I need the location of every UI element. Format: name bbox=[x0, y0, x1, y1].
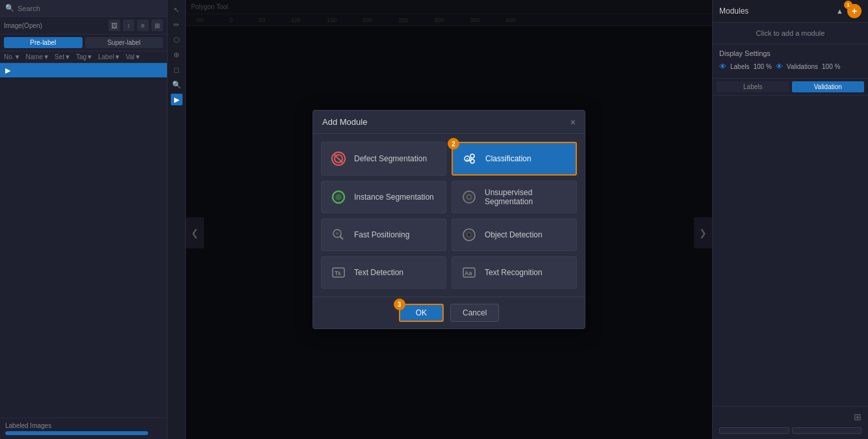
module-label-text-det: Text Detection bbox=[354, 268, 403, 277]
module-grid: Defect Segmentation AB bbox=[321, 142, 577, 289]
unsupervised-seg-icon bbox=[460, 188, 478, 206]
tool-eraser[interactable]: ◻ bbox=[171, 64, 183, 75]
col-no[interactable]: No.▼ bbox=[4, 53, 20, 60]
tool-select[interactable]: ⊕ bbox=[171, 49, 183, 60]
module-label-fast-pos: Fast Positioning bbox=[354, 230, 409, 239]
right-panel-bottom: ⊞ bbox=[713, 406, 868, 439]
col-headers: No.▼ Name▼ Set▼ Tag▼ Label▼ Val▼ bbox=[0, 51, 167, 63]
bottom-grid-icon: ⊞ bbox=[854, 412, 862, 422]
display-settings-title: Display Settings bbox=[719, 49, 862, 57]
module-item-defect-seg[interactable]: Defect Segmentation bbox=[321, 142, 446, 176]
progress-fill bbox=[5, 431, 148, 435]
click-to-add-label: Click to add a module bbox=[713, 23, 868, 44]
col-label[interactable]: Label▼ bbox=[98, 53, 120, 60]
modal-title: Add Module bbox=[322, 117, 367, 127]
tab-pre-label[interactable]: Pre-label bbox=[4, 37, 83, 48]
add-module-button[interactable]: + 1 bbox=[847, 4, 862, 18]
tab-labels[interactable]: Labels bbox=[717, 81, 789, 92]
bottom-btn-2[interactable] bbox=[792, 427, 862, 434]
svg-text:Aa: Aa bbox=[465, 270, 472, 276]
module-label-text-rec: Text Recognition bbox=[485, 268, 542, 277]
svg-point-16 bbox=[468, 233, 470, 236]
header-actions: ▲ + 1 bbox=[836, 4, 862, 18]
sidebar-content: ▶ bbox=[0, 63, 167, 418]
collapse-icon[interactable]: ▲ bbox=[836, 7, 843, 15]
icon-cursor[interactable]: ↕ bbox=[123, 20, 134, 31]
module-label-classification: Classification bbox=[485, 154, 531, 163]
classification-icon: AB bbox=[461, 150, 479, 168]
icon-image[interactable]: 🖼 bbox=[108, 20, 120, 31]
ok-btn-wrapper: OK 3 bbox=[399, 304, 444, 322]
tool-pen[interactable]: ✏ bbox=[171, 19, 183, 31]
modal-close-button[interactable]: × bbox=[570, 118, 576, 127]
step3-badge: 3 bbox=[394, 299, 405, 310]
tab-super-label[interactable]: Super-label bbox=[85, 37, 164, 48]
module-label-object-det: Object Detection bbox=[485, 230, 542, 239]
canvas-area: Polygon Tool -50 0 50 100 150 200 250 30… bbox=[186, 0, 712, 439]
svg-line-12 bbox=[340, 237, 344, 240]
fast-pos-icon bbox=[329, 226, 348, 244]
svg-point-7 bbox=[335, 194, 342, 200]
search-input[interactable] bbox=[18, 5, 162, 12]
validations-percent: 100 % bbox=[822, 63, 840, 70]
module-label-unsupervised-seg: Unsupervised Segmentation bbox=[485, 188, 568, 206]
label-tabs: Pre-label Super-label bbox=[0, 34, 167, 51]
module-item-classification[interactable]: AB Classification 2 bbox=[452, 142, 577, 176]
icon-list[interactable]: ≡ bbox=[137, 20, 149, 31]
tab-validation[interactable]: Validation bbox=[792, 81, 865, 92]
col-val[interactable]: Val▼ bbox=[125, 53, 141, 60]
module-item-object-det[interactable]: Object Detection bbox=[452, 219, 577, 251]
right-panel-content bbox=[713, 96, 868, 406]
module-item-text-rec[interactable]: Aa Text Recognition bbox=[452, 256, 577, 289]
module-item-text-det[interactable]: Ts Text Detection bbox=[321, 256, 446, 289]
svg-point-13 bbox=[336, 232, 338, 235]
tool-polygon[interactable]: ⬡ bbox=[171, 34, 183, 46]
module-item-instance-seg[interactable]: Instance Segmentation bbox=[321, 181, 446, 213]
tool-next[interactable]: ▶ bbox=[171, 94, 183, 105]
add-module-plus-icon: + bbox=[852, 6, 857, 16]
col-set[interactable]: Set▼ bbox=[55, 53, 71, 60]
svg-point-10 bbox=[468, 196, 470, 198]
labels-row: 👁 Labels 100 % 👁 Validations 100 % bbox=[719, 62, 862, 70]
module-label-instance-seg: Instance Segmentation bbox=[354, 193, 434, 202]
modal-header: Add Module × bbox=[313, 111, 585, 134]
validations-eye-icon[interactable]: 👁 bbox=[776, 62, 783, 70]
instance-seg-icon bbox=[329, 188, 348, 206]
validations-label: Validations bbox=[787, 63, 818, 70]
grid-icon-row: ⊞ bbox=[717, 409, 864, 425]
modal-body: Defect Segmentation AB bbox=[313, 134, 585, 297]
text-rec-icon: Aa bbox=[460, 263, 478, 282]
col-tag[interactable]: Tag▼ bbox=[76, 53, 93, 60]
tool-zoom[interactable]: 🔍 bbox=[171, 79, 183, 90]
display-settings: Display Settings 👁 Labels 100 % 👁 Valida… bbox=[713, 44, 868, 79]
modules-title: Modules bbox=[719, 7, 748, 16]
module-item-fast-pos[interactable]: Fast Positioning bbox=[321, 219, 446, 251]
search-bar: 🔍 bbox=[0, 0, 167, 17]
image-count-label: Image(Open) bbox=[4, 22, 42, 29]
svg-text:Ts: Ts bbox=[335, 270, 341, 276]
modal-overlay: Add Module × bbox=[186, 0, 712, 439]
ok-button[interactable]: OK bbox=[399, 304, 444, 322]
right-panel: Modules ▲ + 1 Click to add a module Disp… bbox=[712, 0, 868, 439]
search-icon: 🔍 bbox=[5, 4, 14, 12]
labels-percent: 100 % bbox=[753, 63, 771, 70]
col-name[interactable]: Name▼ bbox=[25, 53, 49, 60]
cancel-button[interactable]: Cancel bbox=[450, 304, 499, 322]
view-tabs: Labels Validation bbox=[713, 79, 868, 96]
top-icons-group: 🖼 ↕ ≡ ⊞ bbox=[108, 20, 163, 31]
module-label-defect-seg: Defect Segmentation bbox=[354, 154, 427, 163]
add-module-badge: 1 bbox=[844, 1, 852, 9]
tool-cursor[interactable]: ↖ bbox=[171, 4, 183, 16]
modal-footer: OK 3 Cancel bbox=[313, 297, 585, 328]
defect-seg-icon bbox=[329, 150, 348, 168]
icon-grid[interactable]: ⊞ bbox=[151, 20, 163, 31]
selected-row[interactable]: ▶ bbox=[0, 63, 167, 77]
labels-eye-icon[interactable]: 👁 bbox=[719, 62, 726, 70]
top-icons-bar: Image(Open) 🖼 ↕ ≡ ⊞ bbox=[0, 17, 167, 34]
module-item-unsupervised-seg[interactable]: Unsupervised Segmentation bbox=[452, 181, 577, 213]
svg-text:AB: AB bbox=[466, 157, 472, 162]
tools-strip: ↖ ✏ ⬡ ⊕ ◻ 🔍 ▶ bbox=[168, 0, 186, 439]
app-container: 🔍 Image(Open) 🖼 ↕ ≡ ⊞ Pre-label Super-la… bbox=[0, 0, 868, 439]
selected-row-label: ▶ bbox=[5, 66, 10, 75]
bottom-btn-1[interactable] bbox=[719, 427, 789, 434]
